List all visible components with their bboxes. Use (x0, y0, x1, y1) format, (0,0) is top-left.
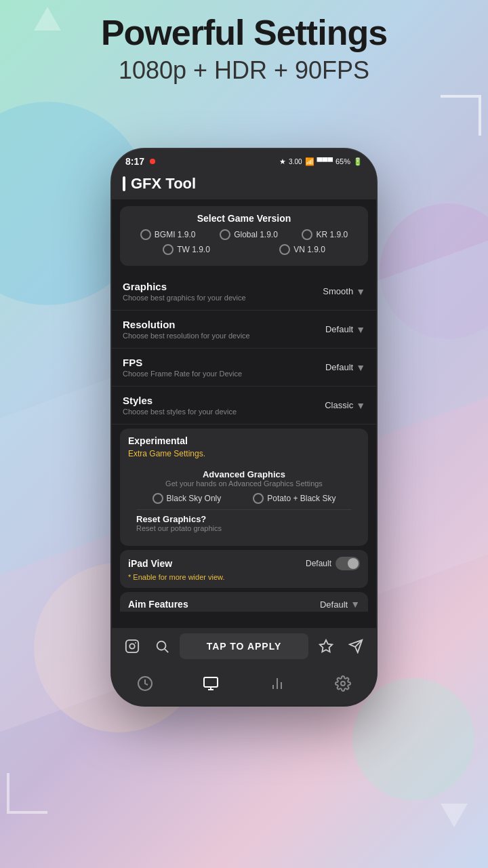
search-icon-button[interactable] (150, 634, 174, 658)
radio-potato-sky[interactable] (253, 493, 264, 504)
app-title: GFX Tool (131, 175, 196, 193)
advanced-graphics-card: Advanced Graphics Get your hands on Adva… (128, 462, 360, 539)
bluetooth-icon: ★ (279, 157, 286, 166)
game-version-card: Select Game Version BGMI 1.9.0 Global 1.… (120, 206, 368, 266)
nav-chart[interactable] (269, 675, 285, 692)
styles-subtitle: Choose best styles for your device (123, 408, 237, 416)
wifi-icon: 📶 (305, 157, 314, 166)
status-dot (150, 159, 155, 164)
resolution-title: Resolution (123, 319, 250, 330)
svg-point-2 (135, 642, 136, 644)
experimental-card: Experimental Extra Game Settings. Advanc… (120, 429, 368, 546)
radio-global[interactable] (220, 229, 230, 240)
version-option-kr[interactable]: KR 1.9.0 (302, 229, 348, 240)
ipad-note: * Enable for more wider view. (128, 573, 360, 581)
version-option-tw[interactable]: TW 1.9.0 (163, 244, 210, 255)
label-black-sky: Black Sky Only (167, 494, 222, 503)
styles-title: Styles (123, 395, 237, 406)
svg-point-3 (157, 642, 166, 650)
graphics-setting-row[interactable]: Graphics Choose best graphics for your d… (112, 273, 376, 311)
version-label-bgmi: BGMI 1.9.0 (155, 230, 196, 239)
svg-marker-5 (320, 640, 332, 652)
graphics-subtitle: Choose best graphics for your device (123, 294, 246, 302)
ipad-title: iPad View (128, 558, 172, 569)
game-version-title: Select Game Version (128, 213, 360, 224)
ipad-header: iPad View Default (128, 557, 360, 570)
advanced-title: Advanced Graphics (136, 469, 352, 479)
radio-vn[interactable] (279, 244, 290, 255)
graphics-value: Smooth (323, 286, 353, 296)
reset-subtitle: Reset our potato graphics (136, 524, 352, 532)
svg-point-1 (129, 644, 134, 648)
resolution-value: Default (325, 324, 353, 334)
version-option-vn[interactable]: VN 1.9.0 (279, 244, 325, 255)
fps-setting-row[interactable]: FPS Choose Frame Rate for your Device De… (112, 349, 376, 387)
ipad-toggle-area[interactable]: Default (306, 557, 360, 570)
version-options-row-2: TW 1.9.0 VN 1.9.0 (128, 244, 360, 255)
graphics-arrow-icon: ▼ (356, 286, 365, 297)
reset-graphics-section: Reset Graphics? Reset our potato graphic… (136, 509, 352, 532)
svg-point-12 (341, 682, 345, 686)
send-icon-button[interactable] (344, 634, 368, 658)
aim-arrow-icon: ▼ (350, 599, 360, 610)
ipad-toggle-label: Default (306, 559, 331, 568)
radio-black-sky[interactable] (152, 493, 163, 504)
fps-dropdown[interactable]: Default ▼ (325, 362, 365, 373)
label-potato-sky: Potato + Black Sky (267, 494, 336, 503)
bottom-action-bar: TAP TO APPLY (112, 628, 376, 665)
graphics-dropdown[interactable]: Smooth ▼ (323, 286, 365, 297)
phone-mockup: 8:17 ★ 3.00 📶 ▀▀▀ 65% 🔋 GFX Tool Select … (112, 149, 376, 705)
tap-to-apply-button[interactable]: TAP TO APPLY (180, 633, 308, 659)
instagram-icon-button[interactable] (120, 634, 144, 658)
option-potato-sky[interactable]: Potato + Black Sky (253, 493, 336, 504)
battery-value: 65% (336, 157, 350, 165)
option-black-sky[interactable]: Black Sky Only (152, 493, 222, 504)
graphics-title: Graphics (123, 281, 246, 292)
radio-kr[interactable] (302, 229, 312, 240)
signal-value: 3.00 (289, 158, 302, 165)
styles-value: Classic (325, 400, 353, 410)
ipad-toggle-switch[interactable] (336, 557, 360, 570)
experimental-link[interactable]: Extra Game Settings. (128, 449, 360, 458)
app-header: GFX Tool (112, 170, 376, 199)
svg-rect-9 (204, 677, 218, 687)
fps-subtitle: Choose Frame Rate for your Device (123, 370, 242, 378)
graphics-left: Graphics Choose best graphics for your d… (123, 281, 246, 302)
aim-header: Aim Features Default ▼ (128, 599, 360, 610)
version-label-kr: KR 1.9.0 (316, 230, 348, 239)
resolution-dropdown[interactable]: Default ▼ (325, 324, 365, 335)
app-content[interactable]: Select Game Version BGMI 1.9.0 Global 1.… (112, 199, 376, 612)
styles-arrow-icon: ▼ (356, 400, 365, 411)
reset-title: Reset Graphics? (136, 514, 352, 524)
nav-speed[interactable] (137, 675, 153, 692)
version-options-row-1: BGMI 1.9.0 Global 1.9.0 KR 1.9.0 (128, 229, 360, 240)
resolution-setting-row[interactable]: Resolution Choose best resolution for yo… (112, 311, 376, 349)
resolution-subtitle: Choose best resolution for your device (123, 332, 250, 340)
radio-tw[interactable] (163, 244, 174, 255)
fps-value: Default (325, 362, 353, 372)
nav-gfx[interactable] (203, 675, 219, 692)
aim-dropdown[interactable]: Default ▼ (320, 599, 360, 610)
svg-rect-0 (126, 640, 138, 652)
page-subtitle: 1080p + HDR + 90FPS (0, 56, 488, 85)
status-time: 8:17 (125, 156, 144, 167)
resolution-left: Resolution Choose best resolution for yo… (123, 319, 250, 340)
advanced-subtitle: Get your hands on Advanced Graphics Sett… (136, 479, 352, 488)
nav-settings[interactable] (335, 675, 351, 692)
page-title: Powerful Settings (0, 14, 488, 52)
radio-bgmi[interactable] (140, 229, 151, 240)
ipad-view-card: iPad View Default * Enable for more wide… (120, 550, 368, 588)
version-option-global[interactable]: Global 1.9.0 (220, 229, 278, 240)
battery-icon: 🔋 (353, 157, 363, 166)
resolution-arrow-icon: ▼ (356, 324, 365, 335)
advanced-options-row: Black Sky Only Potato + Black Sky (136, 493, 352, 504)
aim-features-card: Aim Features Default ▼ * Took your game … (120, 592, 368, 612)
version-label-tw: TW 1.9.0 (177, 245, 210, 254)
star-icon-button[interactable] (314, 634, 338, 658)
status-icons: ★ 3.00 📶 ▀▀▀ 65% 🔋 (279, 157, 363, 166)
fps-title: FPS (123, 357, 242, 368)
styles-dropdown[interactable]: Classic ▼ (325, 400, 365, 411)
version-option-bgmi[interactable]: BGMI 1.9.0 (140, 229, 196, 240)
version-label-vn: VN 1.9.0 (293, 245, 325, 254)
styles-setting-row[interactable]: Styles Choose best styles for your devic… (112, 387, 376, 425)
